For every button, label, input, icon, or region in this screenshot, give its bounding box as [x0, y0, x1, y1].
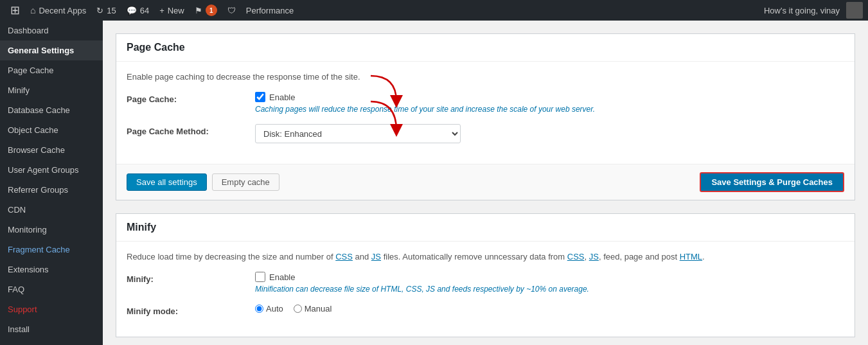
sidebar-item-support[interactable]: Support	[0, 299, 103, 319]
empty-cache-button[interactable]: Empty cache	[212, 173, 279, 191]
page-cache-checkbox-row: Enable	[255, 92, 844, 102]
minify-enable-label: Minify:	[127, 272, 255, 284]
sidebar-item-user-agent-groups[interactable]: User Agent Groups	[0, 160, 103, 180]
home-icon: ⌂	[30, 5, 35, 15]
minify-hint: Minification can decrease file size of H…	[255, 285, 844, 294]
minify-checkbox-row: Enable	[255, 272, 844, 282]
site-name: Decent Apps	[39, 6, 86, 15]
mode-manual-radio[interactable]	[294, 305, 302, 313]
minify-mode-control: Auto Manual	[255, 304, 844, 314]
sidebar: Dashboard General Settings Page Cache Mi…	[0, 21, 103, 345]
updates-count: 15	[107, 6, 116, 15]
html-link[interactable]: HTML	[680, 252, 702, 261]
js-link1[interactable]: JS	[371, 252, 381, 261]
plus-icon: +	[159, 6, 164, 15]
greeting-text: How's it going, vinay	[764, 6, 840, 15]
minify-mode-row: Minify mode: Auto Manual	[127, 304, 844, 316]
page-cache-actions-left: Save all settings Empty cache	[127, 173, 279, 191]
minify-enable-checkbox[interactable]	[255, 272, 265, 282]
minify-enable-text[interactable]: Enable	[269, 272, 295, 282]
sidebar-item-fragment-cache[interactable]: Fragment Cache	[0, 240, 103, 260]
save-all-settings-button[interactable]: Save all settings	[127, 173, 207, 191]
mode-manual-text: Manual	[305, 304, 332, 314]
sidebar-item-minify[interactable]: Minify	[0, 80, 103, 100]
site-name-item[interactable]: ⌂ Decent Apps	[25, 0, 91, 21]
page-cache-enable-text[interactable]: Enable	[269, 93, 295, 102]
mode-manual-label[interactable]: Manual	[294, 304, 332, 314]
page-cache-enable-checkbox[interactable]	[255, 92, 265, 102]
page-cache-method-select[interactable]: Disk: Enhanced Disk Opcode: Xcache Memca…	[255, 124, 461, 143]
page-cache-section: Page Cache Enable page caching to decrea…	[116, 33, 855, 200]
minify-body: Reduce load time by decreasing the size …	[116, 242, 855, 337]
new-label: New	[168, 6, 184, 15]
save-settings-purge-caches-button[interactable]: Save Settings & Purge Caches	[700, 172, 844, 192]
sidebar-item-install[interactable]: Install	[0, 319, 103, 339]
mode-auto-label[interactable]: Auto	[255, 304, 283, 314]
avatar-icon	[846, 2, 863, 19]
minify-section: Minify Reduce load time by decreasing th…	[116, 213, 855, 337]
woo-item[interactable]: ⚑ 1	[190, 0, 222, 21]
main-wrapper: Dashboard General Settings Page Cache Mi…	[0, 21, 868, 345]
minify-mode-radio-row: Auto Manual	[255, 304, 844, 314]
sidebar-item-extensions[interactable]: Extensions	[0, 260, 103, 279]
admin-bar: ⊞ ⌂ Decent Apps ↻ 15 💬 64 + New ⚑ 1 🛡 Pe…	[0, 0, 868, 21]
sidebar-item-database-cache[interactable]: Database Cache	[0, 100, 103, 120]
page-cache-method-label: Page Cache Method:	[127, 124, 255, 136]
woo-icon: ⚑	[195, 6, 202, 15]
page-cache-description: Enable page caching to decrease the resp…	[127, 72, 844, 82]
main-content: Page Cache Enable page caching to decrea…	[103, 21, 868, 345]
minify-enable-control: Enable Minification can decrease file si…	[255, 272, 844, 294]
mode-auto-text: Auto	[266, 304, 283, 314]
js-link2[interactable]: JS	[589, 252, 599, 261]
page-cache-method-row: Page Cache Method: Disk: Enhanced Disk O…	[127, 124, 844, 143]
shield-item[interactable]: 🛡	[222, 0, 241, 21]
minify-enable-row: Minify: Enable Minification can decrease…	[127, 272, 844, 294]
wp-logo-icon: ⊞	[10, 3, 20, 17]
updates-icon: ↻	[96, 6, 103, 15]
woo-badge: 1	[206, 4, 217, 16]
page-cache-actions: Save all settings Empty cache Save Setti…	[116, 164, 855, 200]
sidebar-item-referrer-groups[interactable]: Referrer Groups	[0, 180, 103, 200]
page-cache-enable-row: Page Cache: Enable Caching pages will re…	[127, 92, 844, 114]
minify-title: Minify	[116, 214, 855, 242]
page-cache-method-control: Disk: Enhanced Disk Opcode: Xcache Memca…	[255, 124, 844, 143]
sidebar-item-dashboard[interactable]: Dashboard	[0, 21, 103, 40]
sidebar-item-page-cache[interactable]: Page Cache	[0, 60, 103, 80]
sidebar-item-general-settings[interactable]: General Settings	[0, 40, 103, 60]
css-link2[interactable]: CSS	[567, 252, 585, 261]
comments-item[interactable]: 💬 64	[121, 0, 154, 21]
comments-icon: 💬	[127, 6, 137, 15]
minify-description: Reduce load time by decreasing the size …	[127, 252, 844, 261]
sidebar-item-object-cache[interactable]: Object Cache	[0, 120, 103, 140]
page-cache-hint: Caching pages will reduce the response t…	[255, 105, 844, 114]
new-item[interactable]: + New	[154, 0, 190, 21]
sidebar-item-faq[interactable]: FAQ	[0, 279, 103, 299]
page-cache-title: Page Cache	[116, 34, 855, 62]
mode-auto-radio[interactable]	[255, 305, 263, 313]
minify-mode-label: Minify mode:	[127, 304, 255, 316]
performance-label: Performance	[246, 6, 294, 15]
sidebar-item-about[interactable]: About	[0, 339, 103, 345]
css-link1[interactable]: CSS	[335, 252, 353, 261]
adminbar-right: How's it going, vinay	[764, 2, 863, 19]
page-cache-body: Enable page caching to decrease the resp…	[116, 62, 855, 164]
updates-item[interactable]: ↻ 15	[91, 0, 121, 21]
shield-icon: 🛡	[227, 6, 236, 15]
page-cache-enable-label: Page Cache:	[127, 92, 255, 104]
sidebar-item-monitoring[interactable]: Monitoring	[0, 220, 103, 240]
wp-logo-item[interactable]: ⊞	[5, 0, 25, 21]
comments-count: 64	[140, 6, 149, 15]
sidebar-item-cdn[interactable]: CDN	[0, 200, 103, 220]
page-cache-enable-control: Enable Caching pages will reduce the res…	[255, 92, 844, 114]
sidebar-item-browser-cache[interactable]: Browser Cache	[0, 140, 103, 160]
performance-item[interactable]: Performance	[241, 0, 299, 21]
